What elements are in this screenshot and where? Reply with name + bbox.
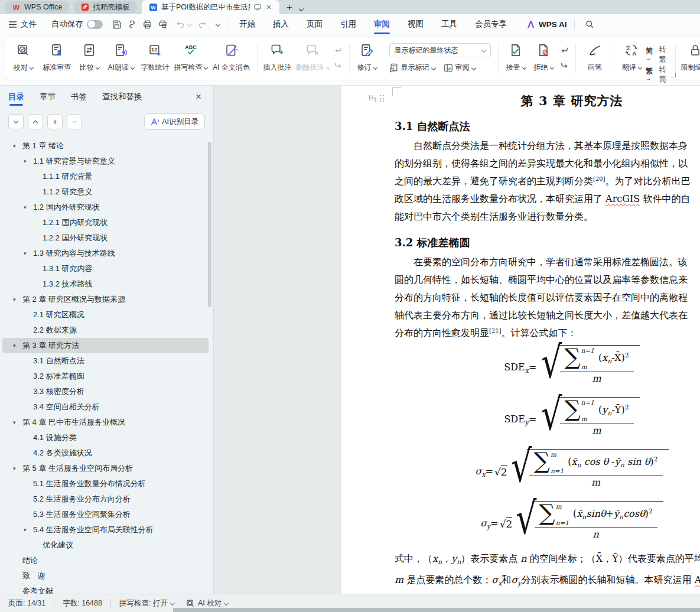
ai-polish-button[interactable]: AI 全文润色 <box>210 41 253 76</box>
undo-chevron-icon[interactable] <box>187 22 192 27</box>
toc-item[interactable]: ▾1.1 研究背景与研究意义 <box>2 154 209 169</box>
tab-close-icon[interactable]: × <box>265 3 272 11</box>
toc-item[interactable]: ▾第 5 章 生活服务业空间布局分析 <box>2 461 209 476</box>
toc-item[interactable]: ▾第 3 章 研究方法 <box>2 338 209 353</box>
menu-item-引用[interactable]: 引用 <box>336 17 361 32</box>
export-pdf-button[interactable] <box>124 17 139 31</box>
ai-read-button[interactable]: AI朗读 <box>104 41 138 76</box>
compare-button[interactable]: 比较 <box>75 41 104 76</box>
menu-item-插入[interactable]: 插入 <box>268 17 294 32</box>
toc-item[interactable]: 4.1 设施分类 <box>2 430 209 445</box>
autosave-toggle[interactable] <box>87 20 103 29</box>
tab-wps-office[interactable]: W WPS Office <box>5 1 69 13</box>
sidebar-tab-目录[interactable]: 目录 <box>8 92 24 106</box>
sidebar-tab-书签[interactable]: 书签 <box>71 92 87 106</box>
print-preview-button[interactable] <box>155 17 170 31</box>
standard-review-button[interactable]: 标准审查 <box>38 41 74 76</box>
toc-item[interactable]: 5.1 生活服务业数量分布情况分析 <box>2 476 209 491</box>
undo-button[interactable] <box>172 17 188 31</box>
file-menu[interactable]: 文件 <box>8 19 37 30</box>
promote-heading-button[interactable]: + <box>47 114 63 129</box>
horizontal-scrollbar[interactable] <box>173 608 700 612</box>
toc-item[interactable]: ▾1.3 研究内容与技术路线 <box>2 246 209 261</box>
redo-button[interactable] <box>195 17 210 31</box>
toc-expand-icon[interactable]: ▾ <box>24 250 33 256</box>
markup-state-select[interactable]: 显示标记的最终状态 <box>389 43 491 57</box>
menu-item-工具[interactable]: 工具 <box>437 17 462 32</box>
demote-heading-button[interactable]: − <box>67 114 82 129</box>
review-pane-button[interactable]: 审阅 <box>444 63 476 73</box>
toc-item[interactable]: 5.3 生活服务业空间聚集分析 <box>2 507 209 522</box>
toc-item[interactable]: 致 谢 <box>2 568 209 584</box>
print-button[interactable] <box>139 17 155 31</box>
toc-expand-icon[interactable]: ▾ <box>13 465 22 471</box>
dialog-launcher-icon[interactable] <box>671 73 676 77</box>
word-count-button[interactable]: 12 字数统计 <box>138 41 172 76</box>
previous-comment-button[interactable] <box>333 44 344 56</box>
pen-button[interactable]: 画笔 <box>579 41 610 76</box>
next-comment-button[interactable] <box>333 60 344 71</box>
menu-item-审阅[interactable]: 审阅 <box>369 17 395 32</box>
toc-item[interactable]: 1.2.2 国外研究现状 <box>2 230 209 246</box>
menu-item-视图[interactable]: 视图 <box>403 17 428 32</box>
toc-item[interactable]: ▾第 1 章 绪论 <box>2 138 209 154</box>
toc-item[interactable]: 1.1.2 研究意义 <box>2 184 209 200</box>
previous-revision-button[interactable] <box>559 44 571 56</box>
toc-item[interactable]: 优化建议 <box>2 538 209 553</box>
tab-docer-templates[interactable]: 找稻壳模板 <box>74 1 137 13</box>
to-simplified-button[interactable]: 繁→ 转简 <box>646 64 672 84</box>
translate-button[interactable]: 文A 翻译 <box>618 41 646 76</box>
track-changes-button[interactable]: 修订 <box>353 41 381 76</box>
document-page[interactable]: H1 第 3 章 研究方法 3.1 自然断点法 自然断点分类法是一种统计分组方法… <box>341 86 700 594</box>
toc-item[interactable]: ▾1.2 国内外研究现状 <box>2 200 209 215</box>
expand-all-button[interactable] <box>28 114 43 129</box>
reject-button[interactable]: 拒绝 <box>530 41 558 76</box>
toc-item[interactable]: 结论 <box>2 553 209 568</box>
toc-expand-icon[interactable]: ▾ <box>24 204 33 210</box>
toc-expand-icon[interactable]: ▾ <box>24 527 33 533</box>
spell-check-status[interactable]: 拼写检查: 打开 <box>119 598 174 608</box>
next-revision-button[interactable] <box>559 60 571 71</box>
ai-proofread-status[interactable]: AI 校对 <box>186 598 228 608</box>
spell-check-button[interactable]: ABC 拼写检查 <box>172 41 209 76</box>
toc-item[interactable]: 3.3 核密度分析 <box>2 384 209 399</box>
toc-item[interactable]: 2.1 研究区概况 <box>2 307 209 323</box>
toc-item[interactable]: 3.4 空间自相关分析 <box>2 399 209 415</box>
menu-item-页面[interactable]: 页面 <box>302 17 327 32</box>
toc-item[interactable]: ▾第 4 章 巴中市生活服务业概况 <box>2 415 209 430</box>
tab-list-chevron-icon[interactable] <box>299 6 304 11</box>
toc-expand-icon[interactable]: ▾ <box>13 419 22 425</box>
show-markup-button[interactable]: 显示标记 <box>389 63 435 73</box>
sidebar-close-icon[interactable]: × <box>196 92 201 102</box>
toc-item[interactable]: ▾第 2 章 研究区概况与数据来源 <box>2 292 209 307</box>
insert-comment-button[interactable]: 插入批注 <box>261 41 294 76</box>
toc-item[interactable]: 1.3.2 技术路线 <box>2 276 209 292</box>
toc-item[interactable]: 参考文献 <box>2 584 209 594</box>
toc-item[interactable]: 5.2 生活服务业分布方向分析 <box>2 491 209 507</box>
sidebar-tab-章节[interactable]: 章节 <box>40 92 56 106</box>
sidebar-tab-查找和替换[interactable]: 查找和替换 <box>102 92 142 106</box>
toc-item[interactable]: 3.1 自然断点法 <box>2 353 209 369</box>
delete-comment-button[interactable]: 删除批注 <box>294 41 331 76</box>
restrict-edit-button[interactable]: 限制编辑 <box>679 41 700 76</box>
save-button[interactable] <box>109 17 124 31</box>
to-traditional-button[interactable]: 简→ 转繁 <box>646 44 672 64</box>
wps-ai-button[interactable]: WPS AI <box>526 20 567 29</box>
menu-item-会员专享[interactable]: 会员专享 <box>470 17 512 32</box>
collapse-all-button[interactable] <box>8 114 24 129</box>
toc-item[interactable]: ▾5.4 生活服务业空间布局关联性分析 <box>2 522 209 538</box>
toc-expand-icon[interactable]: ▾ <box>24 158 33 164</box>
toc-item[interactable]: 4.2 各类设施状况 <box>2 445 209 461</box>
menu-item-开始[interactable]: 开始 <box>235 17 260 32</box>
reading-mode-icon[interactable] <box>253 4 262 11</box>
heading-drag-handle[interactable]: H1 <box>369 94 385 103</box>
toc-expand-icon[interactable]: ▾ <box>13 143 22 149</box>
proofread-button[interactable]: 校对 <box>8 41 38 76</box>
toc-item[interactable]: 2.2 数据来源 <box>2 323 209 338</box>
tab-document-active[interactable]: W 基于POI数据的巴中市生活服 × <box>142 0 279 14</box>
toc-item[interactable]: 1.1.1 研究背景 <box>2 169 209 184</box>
sidebar-scrollbar[interactable] <box>208 142 211 307</box>
accept-button[interactable]: 接受 <box>502 41 530 76</box>
toc-item[interactable]: 1.3.1 研究内容 <box>2 261 209 276</box>
toc-expand-icon[interactable]: ▾ <box>13 297 22 302</box>
